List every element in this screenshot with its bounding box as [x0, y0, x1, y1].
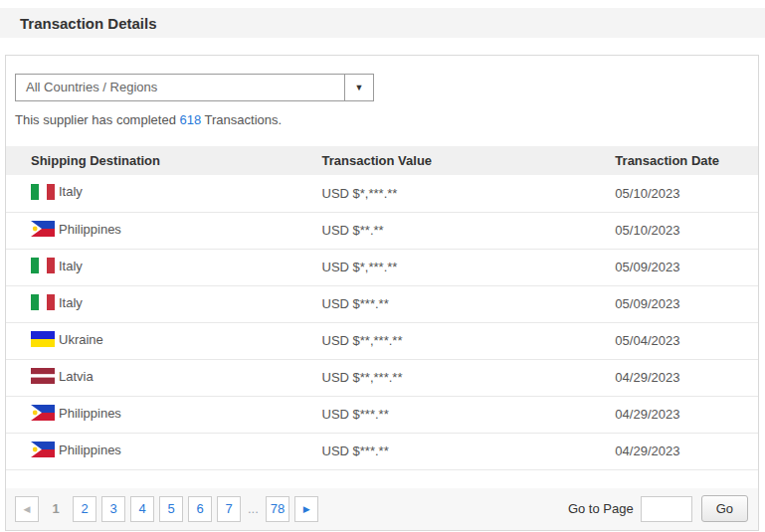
table-header-row: Shipping Destination Transaction Value T… [6, 146, 758, 175]
destination-label: Philippines [59, 222, 121, 237]
destination-cell: Latvia [6, 359, 322, 396]
destination-label: Philippines [59, 406, 121, 421]
date-cell: 04/29/2023 [615, 396, 758, 433]
flag-it-icon [31, 184, 55, 200]
prev-page-icon[interactable]: ◀ [15, 496, 39, 522]
date-cell: 05/10/2023 [615, 212, 758, 249]
page-button[interactable]: 3 [101, 496, 125, 522]
page-navigation: ◀ 1 2 3 4 5 6 7 ... 78 ▶ [15, 496, 318, 522]
transactions-table: Shipping Destination Transaction Value T… [6, 146, 758, 470]
destination-label: Philippines [59, 443, 121, 457]
column-header-transaction-date: Transaction Date [615, 146, 758, 175]
value-cell: USD $**,***.** [322, 322, 616, 359]
flag-ph-icon [31, 405, 55, 421]
page-button[interactable]: 4 [130, 496, 154, 522]
column-header-shipping-destination: Shipping Destination [6, 146, 322, 175]
page-title: Transaction Details [20, 15, 157, 32]
date-cell: 05/04/2023 [615, 322, 758, 359]
next-page-icon[interactable]: ▶ [294, 496, 318, 522]
column-header-transaction-value: Transaction Value [322, 146, 616, 175]
transaction-count-link[interactable]: 618 [179, 112, 201, 127]
destination-cell: Italy [6, 249, 322, 285]
destination-cell: Philippines [6, 396, 322, 433]
page-button[interactable]: 2 [73, 496, 96, 522]
table-row: Italy USD $***.** 05/09/2023 [6, 285, 758, 322]
summary-prefix: This supplier has completed [15, 112, 179, 127]
destination-label: Italy [59, 259, 83, 273]
country-filter-value: All Countries / Regions [16, 75, 344, 100]
flag-ph-icon [31, 221, 55, 237]
value-cell: USD $***.** [322, 396, 616, 433]
destination-label: Italy [59, 295, 83, 310]
table-row: Ukraine USD $**,***.** 05/04/2023 [6, 322, 758, 359]
transaction-details-panel: All Countries / Regions ▼ This supplier … [5, 55, 759, 531]
last-page-button[interactable]: 78 [266, 496, 289, 522]
flag-it-icon [31, 258, 55, 273]
page-button[interactable]: 7 [217, 496, 241, 522]
table-row: Latvia USD $**,***.** 04/29/2023 [6, 359, 758, 396]
chevron-down-icon: ▼ [344, 75, 373, 100]
goto-page-label: Go to Page [568, 501, 634, 516]
table-row: Philippines USD $**.** 05/10/2023 [6, 212, 758, 249]
date-cell: 04/29/2023 [615, 433, 758, 469]
date-cell: 04/29/2023 [615, 359, 758, 396]
destination-label: Italy [59, 184, 83, 199]
destination-cell: Philippines [6, 433, 322, 469]
table-row: Philippines USD $***.** 04/29/2023 [6, 396, 758, 433]
table-row: Philippines USD $***.** 04/29/2023 [6, 433, 758, 469]
page-button[interactable]: 5 [159, 496, 183, 522]
pagination-bar: ◀ 1 2 3 4 5 6 7 ... 78 ▶ Go to Page Go [6, 488, 758, 530]
flag-ph-icon [31, 442, 55, 457]
value-cell: USD $**,***.** [322, 359, 616, 396]
destination-label: Ukraine [59, 332, 103, 347]
destination-cell: Ukraine [6, 322, 322, 359]
value-cell: USD $***.** [322, 285, 616, 322]
value-cell: USD $**.** [322, 212, 616, 249]
destination-cell: Italy [6, 285, 322, 322]
page-title-bar: Transaction Details [0, 8, 765, 38]
transactions-table-body: Italy USD $*,***.** 05/10/2023 Philippin… [6, 175, 758, 469]
date-cell: 05/10/2023 [615, 175, 758, 212]
summary-suffix: Transactions. [201, 112, 282, 127]
destination-cell: Italy [6, 175, 322, 212]
date-cell: 05/09/2023 [615, 285, 758, 322]
current-page: 1 [44, 501, 68, 516]
value-cell: USD $*,***.** [322, 249, 616, 285]
page-button[interactable]: 6 [188, 496, 212, 522]
transaction-summary: This supplier has completed 618 Transact… [15, 112, 758, 127]
table-row: Italy USD $*,***.** 05/10/2023 [6, 175, 758, 212]
value-cell: USD $*,***.** [322, 175, 616, 212]
goto-page-input[interactable] [641, 496, 692, 522]
pagination-ellipsis: ... [246, 501, 261, 516]
table-row: Italy USD $*,***.** 05/09/2023 [6, 249, 758, 285]
destination-cell: Philippines [6, 212, 322, 249]
flag-it-icon [31, 294, 55, 310]
go-button[interactable]: Go [701, 495, 748, 522]
country-filter-dropdown[interactable]: All Countries / Regions ▼ [15, 74, 374, 101]
date-cell: 05/09/2023 [615, 249, 758, 285]
goto-page-control: Go to Page Go [568, 495, 748, 522]
value-cell: USD $***.** [322, 433, 616, 469]
flag-ua-icon [31, 331, 55, 347]
flag-lv-icon [31, 368, 55, 384]
destination-label: Latvia [59, 369, 94, 384]
